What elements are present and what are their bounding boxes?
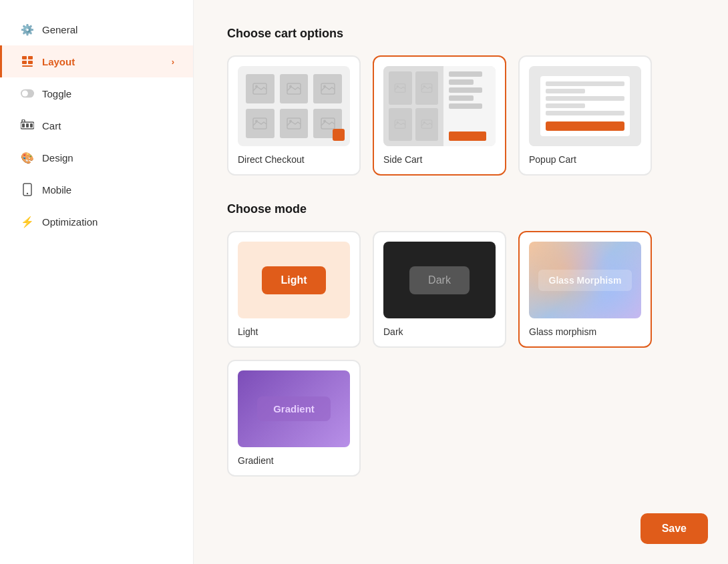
popup-line-3 bbox=[546, 96, 624, 101]
layout-icon bbox=[21, 55, 34, 68]
main-content: Choose cart options bbox=[194, 0, 728, 564]
cart-option-direct[interactable]: Direct Checkout bbox=[227, 55, 361, 176]
side-cart-right bbox=[443, 66, 496, 146]
popup-checkout-btn bbox=[546, 121, 624, 131]
popup-cart-label: Popup Cart bbox=[529, 154, 641, 165]
svg-rect-10 bbox=[30, 123, 33, 127]
glass-mode-btn: Glass Morphism bbox=[538, 270, 632, 291]
sidebar-item-general[interactable]: ⚙️ General bbox=[0, 13, 193, 45]
side-cart-left bbox=[383, 66, 443, 146]
mobile-icon bbox=[21, 183, 34, 196]
sidebar-label-toggle: Toggle bbox=[42, 88, 71, 99]
glass-mode-preview: Glass Morphism bbox=[529, 242, 641, 318]
img-placeholder-1 bbox=[246, 74, 275, 103]
side-cart-label: Side Cart bbox=[383, 154, 496, 165]
gradient-mode-preview: Gradient bbox=[238, 370, 350, 447]
sidebar-label-optimization: Optimization bbox=[42, 216, 98, 228]
dark-mode-label: Dark bbox=[383, 326, 496, 337]
svg-point-20 bbox=[255, 120, 258, 123]
side-line-1 bbox=[449, 71, 482, 77]
side-img-3 bbox=[389, 108, 412, 142]
svg-point-16 bbox=[289, 85, 292, 88]
mode-option-light[interactable]: Light Light bbox=[227, 231, 361, 348]
cart-option-side[interactable]: Side Cart bbox=[373, 55, 506, 176]
svg-point-12 bbox=[27, 193, 28, 194]
svg-point-28 bbox=[423, 85, 425, 87]
gear-icon: ⚙️ bbox=[21, 23, 34, 36]
mode-section: Choose mode Light Light Dark Dark bbox=[227, 202, 695, 477]
sidebar-item-optimization[interactable]: ⚡ Optimization bbox=[0, 206, 193, 238]
popup-line-2 bbox=[546, 89, 585, 93]
light-mode-btn: Light bbox=[262, 266, 325, 294]
popup-inner bbox=[540, 76, 630, 136]
glass-mode-label: Glass morphism bbox=[529, 326, 641, 337]
direct-checkout-label: Direct Checkout bbox=[238, 154, 350, 165]
sidebar-label-cart: Cart bbox=[42, 120, 61, 131]
mode-options-row: Light Light Dark Dark Glass Morphism Gla… bbox=[227, 231, 695, 477]
cart-options-section: Choose cart options bbox=[227, 27, 695, 176]
svg-point-6 bbox=[22, 90, 28, 96]
side-cart-btn bbox=[449, 131, 486, 141]
side-img-1 bbox=[389, 71, 412, 105]
img-placeholder-5 bbox=[280, 109, 309, 138]
svg-point-14 bbox=[255, 85, 258, 88]
light-mode-label: Light bbox=[238, 326, 350, 337]
popup-line-1 bbox=[546, 81, 624, 86]
svg-point-26 bbox=[397, 85, 399, 87]
save-button[interactable]: Save bbox=[641, 513, 708, 544]
popup-cart-preview bbox=[529, 66, 641, 146]
gradient-mode-btn: Gradient bbox=[257, 396, 331, 421]
side-img-2 bbox=[415, 71, 439, 105]
sidebar-label-mobile: Mobile bbox=[42, 184, 71, 196]
cart-badge bbox=[333, 129, 345, 141]
img-placeholder-3 bbox=[313, 74, 342, 103]
svg-rect-4 bbox=[22, 65, 33, 67]
mode-option-glass[interactable]: Glass Morphism Glass morphism bbox=[518, 231, 652, 348]
mode-section-title: Choose mode bbox=[227, 202, 695, 216]
sidebar-label-general: General bbox=[42, 24, 77, 35]
dark-mode-btn: Dark bbox=[409, 266, 470, 294]
side-line-5 bbox=[449, 103, 482, 109]
side-img-4 bbox=[415, 108, 439, 142]
side-line-4 bbox=[449, 95, 474, 101]
sidebar-item-toggle[interactable]: Toggle bbox=[0, 77, 193, 109]
cart-option-popup[interactable]: Popup Cart bbox=[518, 55, 652, 176]
chevron-right-icon: › bbox=[172, 57, 174, 67]
svg-point-32 bbox=[423, 121, 425, 123]
gradient-mode-label: Gradient bbox=[238, 455, 350, 466]
svg-rect-9 bbox=[26, 123, 29, 127]
sidebar-item-design[interactable]: 🎨 Design bbox=[0, 142, 193, 174]
mode-option-dark[interactable]: Dark Dark bbox=[373, 231, 506, 348]
svg-point-22 bbox=[289, 120, 292, 123]
light-mode-preview: Light bbox=[238, 242, 350, 318]
sidebar: ⚙️ General Layout › Toggle bbox=[0, 0, 194, 564]
popup-line-5 bbox=[546, 111, 624, 115]
side-line-2 bbox=[449, 79, 474, 85]
cart-section-title: Choose cart options bbox=[227, 27, 695, 41]
sidebar-label-layout: Layout bbox=[42, 56, 75, 67]
direct-checkout-preview bbox=[238, 66, 350, 146]
optimization-icon: ⚡ bbox=[21, 215, 34, 228]
img-placeholder-2 bbox=[280, 74, 309, 103]
svg-rect-0 bbox=[22, 56, 27, 59]
mode-option-gradient[interactable]: Gradient Gradient bbox=[227, 360, 361, 477]
svg-rect-2 bbox=[22, 61, 27, 64]
sidebar-item-mobile[interactable]: Mobile bbox=[0, 174, 193, 206]
sidebar-item-cart[interactable]: Cart bbox=[0, 109, 193, 142]
sidebar-item-layout[interactable]: Layout › bbox=[0, 45, 193, 77]
img-placeholder-4 bbox=[246, 109, 275, 138]
side-line-3 bbox=[449, 87, 482, 93]
design-icon: 🎨 bbox=[21, 151, 34, 164]
svg-point-30 bbox=[397, 121, 399, 123]
cart-icon bbox=[21, 119, 34, 132]
cart-options-row: Direct Checkout bbox=[227, 55, 695, 176]
sidebar-label-design: Design bbox=[42, 152, 73, 164]
popup-line-4 bbox=[546, 103, 585, 108]
toggle-icon bbox=[21, 87, 34, 100]
svg-point-24 bbox=[323, 120, 326, 123]
svg-rect-3 bbox=[28, 61, 33, 64]
svg-rect-8 bbox=[22, 123, 25, 127]
dark-mode-preview: Dark bbox=[383, 242, 496, 318]
svg-rect-1 bbox=[28, 56, 33, 59]
svg-point-18 bbox=[323, 85, 326, 88]
